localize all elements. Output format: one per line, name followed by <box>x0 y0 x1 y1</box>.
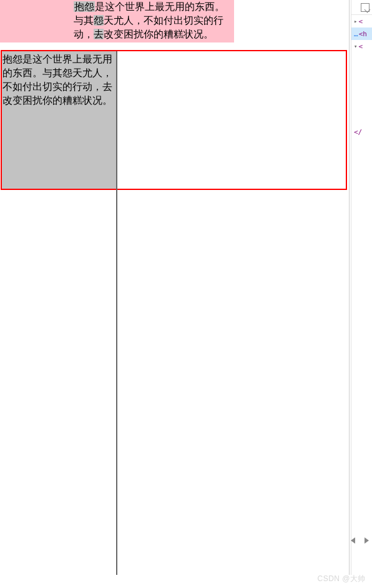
devtools-panel[interactable]: ▸ < … <h ▾ < </ <box>351 0 372 575</box>
inspected-element-outline: 抱怨是这个世界上最无用的东西。与其怨天尤人，不如付出切实的行动，去改变困扰你的糟… <box>1 50 347 190</box>
inspect-icon[interactable] <box>361 3 370 12</box>
carousel-next-icon[interactable] <box>365 537 369 544</box>
devtools-toolbar <box>351 0 372 15</box>
highlight-span: 抱怨 <box>74 1 95 12</box>
highlight-span: 怨 <box>94 15 104 26</box>
dom-tree-row[interactable]: ▾ < <box>351 40 372 52</box>
ellipsis-icon: … <box>354 30 358 38</box>
dom-tree-row[interactable]: ▸ < <box>351 15 372 27</box>
carousel-prev-icon[interactable] <box>351 537 355 544</box>
rendered-page-viewport: 抱怨抱怨是这个世界上最无用的东西。是这个世界上最无用的东西。 与其怨天尤人，不如… <box>0 0 350 575</box>
gray-content-box: 抱怨是这个世界上最无用的东西。与其怨天尤人，不如付出切实的行动，去改变困扰你的糟… <box>2 51 117 189</box>
chevron-right-icon: ▸ <box>354 18 357 24</box>
text-line-2: 与其怨天尤人，不如付出切实的行 <box>74 15 223 26</box>
text-line-1: 抱怨抱怨是这个世界上最无用的东西。是这个世界上最无用的东西。 <box>74 1 225 12</box>
highlight-span: 去 <box>94 29 104 39</box>
tag-bracket: <h <box>359 30 367 38</box>
watermark-text: CSDN @大帅 <box>317 574 366 584</box>
chevron-down-icon: ▾ <box>354 43 357 49</box>
tag-bracket: < <box>358 17 363 26</box>
tag-bracket: < <box>358 42 363 51</box>
closing-tag: </ <box>354 128 362 136</box>
dom-tree-row-selected[interactable]: … <h <box>351 27 372 40</box>
vertical-divider <box>116 51 117 575</box>
text-line-3: 动，去改变困扰你的糟糕状况。 <box>74 29 213 39</box>
pink-header-text: 抱怨抱怨是这个世界上最无用的东西。是这个世界上最无用的东西。 与其怨天尤人，不如… <box>74 0 235 41</box>
pink-header-box: 抱怨抱怨是这个世界上最无用的东西。是这个世界上最无用的东西。 与其怨天尤人，不如… <box>0 0 234 42</box>
